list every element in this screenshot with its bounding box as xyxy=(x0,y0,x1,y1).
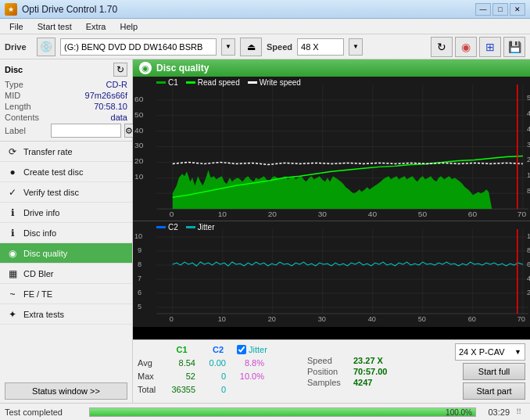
svg-text:70: 70 xyxy=(517,315,525,323)
nav-fe-te[interactable]: ~ FE / TE xyxy=(0,284,132,304)
eject-button[interactable]: ⏏ xyxy=(240,38,262,56)
avg-jitter: 8.8% xyxy=(229,358,264,368)
svg-text:6%: 6% xyxy=(527,260,530,268)
max-c2: 0 xyxy=(199,372,226,381)
title-controls: — □ ✕ xyxy=(475,3,525,16)
samples-val: 4247 xyxy=(353,378,372,387)
svg-text:32 X: 32 X xyxy=(527,141,530,149)
svg-text:9: 9 xyxy=(138,246,141,254)
disc-length-val: 70:58.10 xyxy=(94,102,127,111)
verify-test-disc-icon: ✓ xyxy=(6,186,19,199)
disc-quality-icon: ◉ xyxy=(6,247,19,260)
svg-text:70: 70 xyxy=(517,210,527,218)
speed-mode-value: 24 X P-CAV xyxy=(459,347,505,357)
legend-c1: C1 xyxy=(156,78,178,87)
jitter-color xyxy=(186,226,195,228)
save-icon-btn[interactable]: 💾 xyxy=(503,37,525,57)
c1-color xyxy=(156,81,166,84)
start-full-button[interactable]: Start full xyxy=(463,363,525,380)
start-part-button[interactable]: Start part xyxy=(463,382,525,400)
app-icon: ★ xyxy=(5,3,17,16)
nav-disc-info[interactable]: ℹ Disc info xyxy=(0,223,132,243)
disc-info-icon: ℹ xyxy=(6,227,19,239)
close-button[interactable]: ✕ xyxy=(510,3,525,16)
refresh-icon-btn[interactable]: ↻ xyxy=(431,37,453,57)
transfer-rate-icon: ⟳ xyxy=(6,145,19,158)
svg-text:10: 10 xyxy=(218,315,226,323)
total-c2: 0 xyxy=(199,385,226,394)
max-label: Max xyxy=(138,372,161,381)
nav-transfer-rate[interactable]: ⟳ Transfer rate xyxy=(0,142,132,162)
disc-label-input[interactable] xyxy=(51,124,121,138)
total-label: Total xyxy=(138,385,161,394)
read-speed-label: Read speed xyxy=(198,78,240,87)
svg-text:4%: 4% xyxy=(527,275,530,282)
max-jitter: 10.0% xyxy=(229,372,264,381)
nav-transfer-rate-label: Transfer rate xyxy=(23,147,73,156)
position-row: Position 70:57.00 xyxy=(307,367,387,376)
nav-cd-bler[interactable]: ▦ CD Bler xyxy=(0,264,132,284)
svg-text:30: 30 xyxy=(318,315,326,323)
disc-refresh-button[interactable]: ↻ xyxy=(113,63,127,77)
bottom-chart: C2 Jitter xyxy=(133,221,530,327)
nav-disc-quality[interactable]: ◉ Disc quality xyxy=(0,243,132,264)
menu-extra[interactable]: Extra xyxy=(80,20,113,33)
menu-file[interactable]: File xyxy=(3,20,30,33)
svg-text:60: 60 xyxy=(468,315,476,323)
svg-text:2%: 2% xyxy=(527,289,530,296)
svg-text:6: 6 xyxy=(138,289,141,296)
disc-label-key: Label xyxy=(5,126,48,135)
max-c1: 52 xyxy=(164,372,195,381)
speed-dropdown-arrow[interactable]: ▼ xyxy=(349,38,363,56)
nav-extra-tests-label: Extra tests xyxy=(23,310,64,319)
copy-icon-btn[interactable]: ⊞ xyxy=(479,37,501,57)
drive-selector[interactable]: (G:) BENQ DVD DD DW1640 BSRB xyxy=(60,38,217,56)
svg-text:10: 10 xyxy=(134,172,144,181)
progress-percentage: 100.0% xyxy=(446,408,472,418)
disc-quality-header-icon: ◉ xyxy=(139,62,152,74)
nav-drive-info[interactable]: ℹ Drive info xyxy=(0,203,132,223)
title-bar-left: ★ Opti Drive Control 1.70 xyxy=(5,3,117,16)
disc-type-val: CD-R xyxy=(106,80,128,89)
position-key: Position xyxy=(307,367,350,376)
jitter-label: Jitter xyxy=(198,223,215,232)
nav-extra-tests[interactable]: ✦ Extra tests xyxy=(0,304,132,325)
svg-text:5: 5 xyxy=(138,303,141,311)
cd-bler-icon: ▦ xyxy=(6,267,19,280)
fe-te-icon: ~ xyxy=(6,288,19,300)
samples-key: Samples xyxy=(307,378,350,387)
maximize-button[interactable]: □ xyxy=(492,3,508,16)
drive-dropdown-arrow[interactable]: ▼ xyxy=(221,38,235,56)
svg-text:50: 50 xyxy=(418,315,426,323)
svg-text:7: 7 xyxy=(138,275,141,282)
svg-text:40: 40 xyxy=(368,315,376,323)
svg-text:20: 20 xyxy=(268,210,278,218)
minimize-button[interactable]: — xyxy=(475,3,491,16)
menu-help[interactable]: Help xyxy=(113,20,144,33)
legend-c2: C2 xyxy=(156,223,178,232)
bottom-status-bar: Test completed 100.0% 03:29 ⠿ xyxy=(0,403,530,420)
speed-selector[interactable]: 48 X xyxy=(297,38,344,56)
bottom-chart-svg: 10 9 8 7 6 5 10% 8% 6% 4% 2% 0 10 20 3 xyxy=(133,221,530,327)
title-bar: ★ Opti Drive Control 1.70 — □ ✕ xyxy=(0,0,530,19)
svg-text:56 X: 56 X xyxy=(527,94,530,102)
disc-contents-key: Contents xyxy=(5,113,48,122)
jitter-checkbox[interactable] xyxy=(237,345,246,354)
write-speed-label: Write speed xyxy=(260,78,301,87)
create-test-disc-icon: ● xyxy=(6,166,19,178)
svg-text:30: 30 xyxy=(318,210,328,218)
nav-create-test-disc[interactable]: ● Create test disc xyxy=(0,162,132,182)
svg-text:10: 10 xyxy=(218,210,227,218)
menu-start-test[interactable]: Start test xyxy=(31,20,78,33)
erase-icon-btn[interactable]: ◉ xyxy=(455,37,477,57)
nav-verify-test-disc[interactable]: ✓ Verify test disc xyxy=(0,182,132,203)
disc-contents-row: Contents data xyxy=(5,113,127,122)
status-window-button[interactable]: Status window >> xyxy=(5,382,127,400)
speed-mode-dropdown[interactable]: 24 X P-CAV ▼ xyxy=(455,343,525,361)
extra-tests-icon: ✦ xyxy=(6,308,19,321)
svg-text:20: 20 xyxy=(268,315,276,323)
disc-length-row: Length 70:58.10 xyxy=(5,102,127,111)
speed-row: Speed 23.27 X xyxy=(307,356,387,365)
svg-text:30: 30 xyxy=(134,142,144,150)
svg-text:50: 50 xyxy=(134,110,144,119)
